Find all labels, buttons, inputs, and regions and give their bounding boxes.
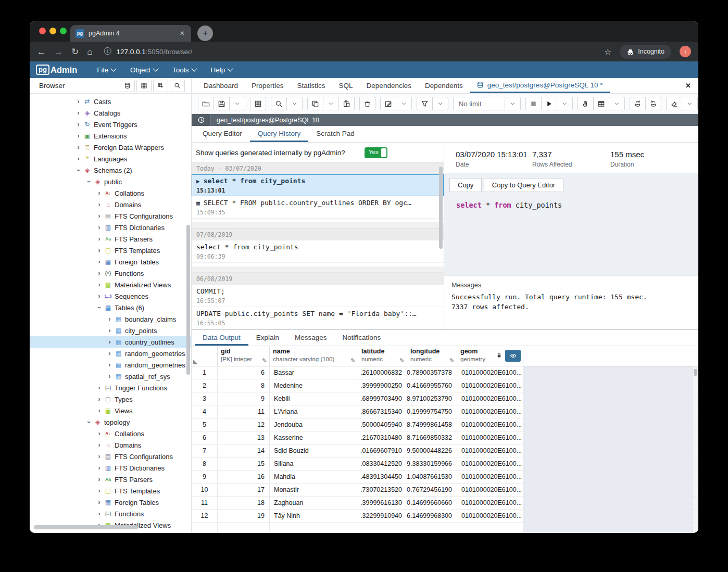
column-header-geom[interactable]: geomgeometry bbox=[457, 346, 523, 366]
filter-button[interactable] bbox=[417, 97, 433, 110]
latitude-cell[interactable]: .32299910940 bbox=[358, 510, 407, 522]
column-header-longitude[interactable]: longitudenumeric✎ bbox=[407, 346, 457, 366]
tree-item-boundary-claims[interactable]: ›▦boundary_claims bbox=[30, 313, 191, 325]
tree-item-fts-configurations[interactable]: ›▤FTS Configurations bbox=[30, 451, 191, 462]
chevron-right-icon[interactable]: › bbox=[95, 384, 103, 391]
table-row[interactable]: 16Bassar.261000068320.789003573780101000… bbox=[192, 366, 698, 379]
menu-file[interactable]: File bbox=[97, 66, 116, 74]
menu-help[interactable]: Help bbox=[211, 66, 233, 74]
tree-item-functions[interactable]: ›{≡}Functions bbox=[30, 508, 191, 519]
geom-cell[interactable]: 0101000020E6100... bbox=[457, 444, 523, 457]
chevron-down-icon[interactable]: › bbox=[85, 418, 93, 426]
history-entry[interactable]: ▶select * from city_points15:13:01 bbox=[192, 174, 444, 196]
tree-item-sequences[interactable]: ›1..3Sequences bbox=[30, 290, 191, 302]
longitude-cell[interactable]: 8.71669850332 bbox=[407, 431, 457, 444]
latitude-cell[interactable]: .39999900250 bbox=[358, 379, 407, 392]
bookmark-star-icon[interactable]: ☆ bbox=[604, 47, 611, 57]
name-cell[interactable]: Siliana bbox=[270, 457, 358, 470]
stop-button[interactable] bbox=[525, 97, 542, 110]
table-row[interactable]: 28Medenine.3999990025010.416699557600101… bbox=[192, 379, 698, 392]
name-cell[interactable]: Medenine bbox=[270, 379, 358, 392]
chevron-right-icon[interactable]: › bbox=[106, 361, 114, 368]
chevron-right-icon[interactable]: › bbox=[95, 258, 103, 265]
name-cell[interactable]: L'Ariana bbox=[270, 405, 358, 418]
name-cell[interactable]: Mahdia bbox=[270, 471, 358, 483]
latitude-cell[interactable]: .39999616130 bbox=[358, 497, 407, 509]
row-number-cell[interactable]: 11 bbox=[192, 497, 218, 509]
back-icon[interactable]: ← bbox=[37, 47, 46, 56]
chevron-right-icon[interactable]: › bbox=[74, 121, 82, 128]
chevron-right-icon[interactable]: › bbox=[95, 396, 103, 403]
geom-cell[interactable]: 0101000020E6100... bbox=[457, 405, 523, 418]
objects-button[interactable] bbox=[120, 80, 135, 92]
chevron-right-icon[interactable]: › bbox=[106, 350, 114, 357]
geom-cell[interactable]: 0101000020E6100... bbox=[457, 497, 523, 509]
column-header-gid[interactable]: gid[PK] integer✎ bbox=[218, 346, 270, 366]
tree-item-fts-parsers[interactable]: ›AaFTS Parsers bbox=[30, 474, 191, 485]
row-number-cell[interactable]: 5 bbox=[192, 418, 218, 431]
chevron-right-icon[interactable]: › bbox=[106, 338, 114, 346]
name-cell[interactable]: Tây Ninh bbox=[270, 510, 358, 522]
filter-button[interactable] bbox=[153, 80, 168, 92]
view-geometry-button[interactable] bbox=[505, 350, 521, 362]
tree-item-collations[interactable]: ›A↓Collations bbox=[30, 428, 191, 439]
chevron-right-icon[interactable]: › bbox=[95, 441, 103, 449]
row-number-cell[interactable]: 9 bbox=[192, 471, 218, 483]
geom-cell[interactable]: 0101000020E6100... bbox=[457, 431, 523, 444]
gid-cell[interactable]: 15 bbox=[218, 457, 270, 470]
chevron-right-icon[interactable]: › bbox=[95, 293, 103, 300]
latitude-cell[interactable]: .21670310480 bbox=[358, 431, 407, 444]
geom-cell[interactable]: 0101000020E6100... bbox=[457, 418, 523, 431]
info-icon[interactable]: ⓘ bbox=[104, 47, 111, 56]
execute-button[interactable] bbox=[542, 97, 557, 110]
gid-cell[interactable]: 17 bbox=[218, 484, 270, 496]
execute-cursor-button[interactable] bbox=[578, 97, 594, 110]
search-button[interactable] bbox=[170, 80, 185, 92]
find-button[interactable] bbox=[271, 97, 287, 110]
latitude-cell[interactable]: .26100006832 bbox=[358, 366, 407, 379]
longitude-cell[interactable]: 8.74999861458 bbox=[407, 418, 457, 431]
row-number-cell[interactable]: 6 bbox=[192, 431, 218, 444]
tree-item-schemas-2-[interactable]: ›◈Schemas (2) bbox=[30, 164, 191, 176]
tree-item-views[interactable]: ›▣Views bbox=[30, 405, 191, 416]
paste-button[interactable] bbox=[339, 97, 355, 110]
copy-to-query-editor-button[interactable]: Copy to Query Editor bbox=[484, 178, 563, 192]
chevron-right-icon[interactable]: › bbox=[95, 212, 103, 220]
select-all-corner-icon[interactable] bbox=[193, 360, 198, 364]
edit-pencil-icon[interactable]: ✎ bbox=[262, 357, 267, 364]
chevron-right-icon[interactable]: › bbox=[106, 327, 114, 334]
latitude-cell[interactable]: .73070213520 bbox=[358, 484, 407, 496]
chevron-right-icon[interactable]: › bbox=[95, 407, 103, 414]
view-data-button[interactable] bbox=[594, 97, 609, 110]
copy-button[interactable]: Copy bbox=[449, 178, 482, 192]
tree-item-country-outlines[interactable]: ›▦country_outlines bbox=[30, 336, 191, 348]
latitude-cell[interactable]: .68999703490 bbox=[358, 392, 407, 405]
tree-item-random-geometries[interactable]: ›▦random_geometries bbox=[30, 359, 191, 371]
tab-query-editor[interactable]: Query Editor bbox=[195, 126, 250, 142]
chevron-right-icon[interactable]: › bbox=[95, 189, 103, 197]
row-number-cell[interactable]: 1 bbox=[192, 366, 218, 379]
name-cell[interactable]: Monastir bbox=[270, 484, 358, 496]
reload-icon[interactable]: ↻ bbox=[71, 47, 79, 56]
commit-button[interactable] bbox=[630, 97, 646, 110]
edit-pencil-icon[interactable]: ✎ bbox=[449, 357, 455, 364]
chevron-right-icon[interactable]: › bbox=[95, 510, 103, 517]
tree-item-event-triggers[interactable]: ›↻Event Triggers bbox=[30, 119, 191, 130]
tree-item-types[interactable]: ›▢Types bbox=[30, 393, 191, 405]
find-button-caret[interactable] bbox=[287, 97, 303, 110]
gid-cell[interactable]: 6 bbox=[218, 366, 270, 379]
tab-data-output[interactable]: Data Output bbox=[195, 330, 248, 346]
gid-cell[interactable]: 19 bbox=[218, 510, 270, 522]
tab-close-icon[interactable]: ✕ bbox=[179, 29, 186, 38]
tree-item-fts-configurations[interactable]: ›▤FTS Configurations bbox=[30, 210, 191, 222]
traffic-minimize-icon[interactable] bbox=[49, 28, 56, 34]
copy-button-caret[interactable] bbox=[323, 97, 339, 110]
tree-item-languages[interactable]: ›❝Languages bbox=[30, 153, 191, 164]
geom-cell[interactable]: 0101000020E6100... bbox=[457, 457, 523, 470]
chevron-right-icon[interactable]: › bbox=[95, 453, 103, 460]
name-cell[interactable]: Kebili bbox=[270, 392, 358, 405]
chevron-right-icon[interactable]: › bbox=[95, 247, 103, 254]
tree-item-foreign-tables[interactable]: ›▦Foreign Tables bbox=[30, 256, 191, 268]
longitude-cell[interactable]: 10.14699660660 bbox=[407, 497, 457, 509]
chevron-right-icon[interactable]: › bbox=[106, 315, 114, 323]
